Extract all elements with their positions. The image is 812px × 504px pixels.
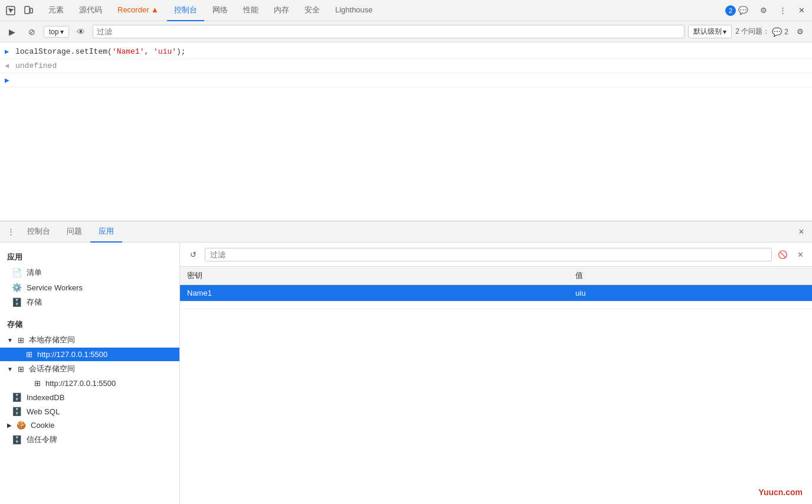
refresh-button[interactable]: ↺ bbox=[185, 246, 201, 263]
tab-network[interactable]: 网络 bbox=[205, 0, 235, 21]
session-storage-url-label: http://127.0.0.1:5500 bbox=[45, 379, 116, 388]
close-devtools-button[interactable]: ✕ bbox=[793, 2, 810, 19]
panel-dots-button[interactable]: ⋮ bbox=[2, 224, 19, 240]
sidebar-cookie-group[interactable]: ▶ 🍪 Cookie bbox=[0, 418, 179, 432]
svg-rect-1 bbox=[25, 6, 30, 14]
console-filter-input[interactable] bbox=[93, 25, 685, 38]
cookie-icon: 🍪 bbox=[17, 421, 26, 430]
svg-rect-2 bbox=[30, 8, 32, 13]
console-area: ▶ ⊘ top ▾ 👁 默认级别 ▾ 2 个问题： 💬 2 ⚙ ▶ localS… bbox=[0, 21, 812, 221]
service-workers-icon: ⚙️ bbox=[12, 283, 22, 292]
issues-section: 2 个问题： 💬 2 bbox=[735, 27, 788, 37]
local-storage-grid-icon: ⊞ bbox=[18, 336, 24, 345]
main-filter-input[interactable] bbox=[205, 248, 772, 261]
local-storage-url-grid-icon: ⊞ bbox=[26, 350, 32, 359]
level-arrow-icon: ▾ bbox=[723, 28, 726, 36]
panel-tab-app[interactable]: 应用 bbox=[90, 221, 122, 243]
sidebar-session-storage-group[interactable]: ▼ ⊞ 会话存储空间 bbox=[0, 361, 179, 377]
table-cell-key: Name1 bbox=[180, 285, 568, 302]
level-dropdown[interactable]: 默认级别 ▾ bbox=[688, 25, 732, 38]
toolbar-left-icons bbox=[2, 2, 37, 19]
top-toolbar: 元素 源代码 Recorder ▲ 控制台 网络 性能 内存 安全 Lighth… bbox=[0, 0, 812, 21]
table-empty-key bbox=[180, 302, 568, 309]
tab-security[interactable]: 安全 bbox=[297, 0, 327, 21]
table-row-empty bbox=[180, 302, 812, 309]
session-storage-url-grid-icon: ⊞ bbox=[34, 379, 41, 388]
console-line-input: ▶ localStorage.setItem('Name1', 'uiu'); bbox=[0, 45, 812, 59]
sidebar-item-indexeddb[interactable]: 🗄️ IndexedDB bbox=[0, 390, 179, 404]
execute-button[interactable]: ▶ bbox=[4, 24, 20, 40]
message-icon: 💬 bbox=[738, 6, 748, 15]
sidebar-manifest-label: 清单 bbox=[27, 267, 42, 278]
tab-console[interactable]: 控制台 bbox=[167, 0, 204, 21]
context-selector[interactable]: top ▾ bbox=[44, 26, 69, 38]
console-undefined-text: undefined bbox=[15, 61, 57, 70]
panel-close-button[interactable]: × bbox=[793, 224, 810, 240]
input-arrow-icon[interactable]: ▶ bbox=[5, 47, 12, 56]
sidebar-sw-label: Service Workers bbox=[27, 283, 83, 292]
tab-elements[interactable]: 元素 bbox=[41, 0, 71, 21]
clear-filter-button[interactable]: ✕ bbox=[793, 247, 807, 261]
tab-performance[interactable]: 性能 bbox=[236, 0, 266, 21]
inspect-element-button[interactable] bbox=[2, 2, 19, 19]
tab-recorder[interactable]: Recorder ▲ bbox=[110, 0, 166, 21]
tab-source[interactable]: 源代码 bbox=[72, 0, 109, 21]
local-storage-arrow-icon: ▼ bbox=[7, 337, 13, 343]
sidebar-item-service-workers[interactable]: ⚙️ Service Workers bbox=[0, 280, 179, 294]
tab-lighthouse[interactable]: Lighthouse bbox=[328, 0, 380, 21]
prompt-arrow-icon: ▶ bbox=[5, 76, 9, 85]
messages-button[interactable]: 2 💬 bbox=[721, 3, 753, 18]
sidebar-item-storage[interactable]: 🗄️ 存储 bbox=[0, 294, 179, 310]
messages-badge: 2 bbox=[725, 5, 736, 16]
local-storage-label: 本地存储空间 bbox=[29, 335, 75, 345]
settings-button[interactable]: ⚙ bbox=[755, 2, 772, 19]
panel-tab-console[interactable]: 控制台 bbox=[19, 221, 58, 243]
table-header-key: 密钥 bbox=[180, 267, 568, 285]
storage-icon: 🗄️ bbox=[12, 297, 22, 307]
sidebar-storage-label: 存储 bbox=[27, 297, 42, 307]
more-options-button[interactable]: ⋮ bbox=[774, 2, 791, 19]
issues-chat-icon: 💬 bbox=[772, 27, 782, 37]
sidebar-local-storage-url[interactable]: ⊞ http://127.0.0.1:5500 bbox=[0, 348, 179, 361]
table-header-value: 值 bbox=[568, 267, 812, 285]
table-container: 密钥 值 Name1 uiu bbox=[180, 267, 812, 504]
storage-section-title: 存储 bbox=[0, 315, 179, 332]
manifest-icon: 📄 bbox=[12, 268, 22, 277]
session-storage-grid-icon: ⊞ bbox=[18, 365, 24, 374]
console-output[interactable]: ▶ localStorage.setItem('Name1', 'uiu'); … bbox=[0, 42, 812, 221]
bottom-panel-tabs: ⋮ 控制台 问题 应用 × bbox=[0, 221, 812, 243]
websql-icon: 🗄️ bbox=[12, 407, 22, 416]
eye-button[interactable]: 👁 bbox=[73, 24, 89, 40]
device-toggle-button[interactable] bbox=[20, 2, 37, 19]
context-label: top bbox=[49, 28, 59, 36]
main-filter-bar: ↺ 🚫 ✕ bbox=[180, 243, 812, 267]
sidebar-item-trust-token[interactable]: 🗄️ 信任令牌 bbox=[0, 432, 179, 447]
storage-table: 密钥 值 Name1 uiu bbox=[180, 267, 812, 309]
sidebar-separator-1 bbox=[0, 310, 179, 315]
issues-label: 2 个问题： bbox=[735, 27, 770, 37]
app-panel-body: 应用 📄 清单 ⚙️ Service Workers 🗄️ 存储 存储 ▼ ⊞ … bbox=[0, 243, 812, 504]
issues-count: 2 bbox=[784, 28, 788, 36]
tab-memory[interactable]: 内存 bbox=[267, 0, 296, 21]
console-line-prompt: ▶ bbox=[0, 73, 812, 87]
trust-token-icon: 🗄️ bbox=[12, 435, 22, 444]
table-row[interactable]: Name1 uiu bbox=[180, 285, 812, 302]
table-cell-value: uiu bbox=[568, 285, 812, 302]
local-storage-url-label: http://127.0.0.1:5500 bbox=[37, 350, 107, 359]
sidebar-item-websql[interactable]: 🗄️ Web SQL bbox=[0, 404, 179, 418]
sidebar-trust-token-label: 信任令牌 bbox=[27, 434, 57, 445]
table-empty-value bbox=[568, 302, 812, 309]
sidebar-local-storage-group[interactable]: ▼ ⊞ 本地存储空间 bbox=[0, 332, 179, 348]
sidebar-session-storage-url[interactable]: ⊞ http://127.0.0.1:5500 bbox=[0, 377, 179, 390]
app-sidebar: 应用 📄 清单 ⚙️ Service Workers 🗄️ 存储 存储 ▼ ⊞ … bbox=[0, 243, 180, 504]
block-button[interactable]: ⊘ bbox=[24, 24, 40, 40]
console-code-text: localStorage.setItem('Name1', 'uiu'); bbox=[15, 47, 186, 56]
bottom-panel: ⋮ 控制台 问题 应用 × 应用 📄 清单 ⚙️ Service Workers… bbox=[0, 221, 812, 504]
level-label: 默认级别 bbox=[693, 27, 722, 37]
sidebar-item-manifest[interactable]: 📄 清单 bbox=[0, 265, 179, 280]
cookie-arrow-icon: ▶ bbox=[7, 422, 12, 428]
clear-filter-no-icon[interactable]: 🚫 bbox=[775, 247, 790, 261]
panel-tab-issues[interactable]: 问题 bbox=[58, 221, 90, 243]
console-settings-button[interactable]: ⚙ bbox=[792, 24, 808, 40]
indexeddb-icon: 🗄️ bbox=[12, 392, 22, 402]
